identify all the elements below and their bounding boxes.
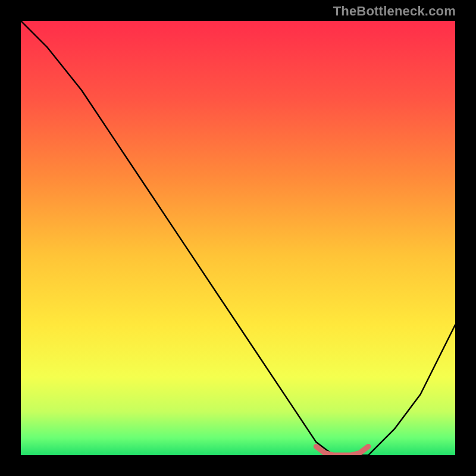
watermark-text: TheBottleneck.com	[333, 4, 456, 19]
plot-area	[21, 21, 455, 455]
curve-layer	[21, 21, 455, 455]
bottleneck-curve	[21, 21, 455, 455]
chart-frame: TheBottleneck.com	[0, 0, 476, 476]
